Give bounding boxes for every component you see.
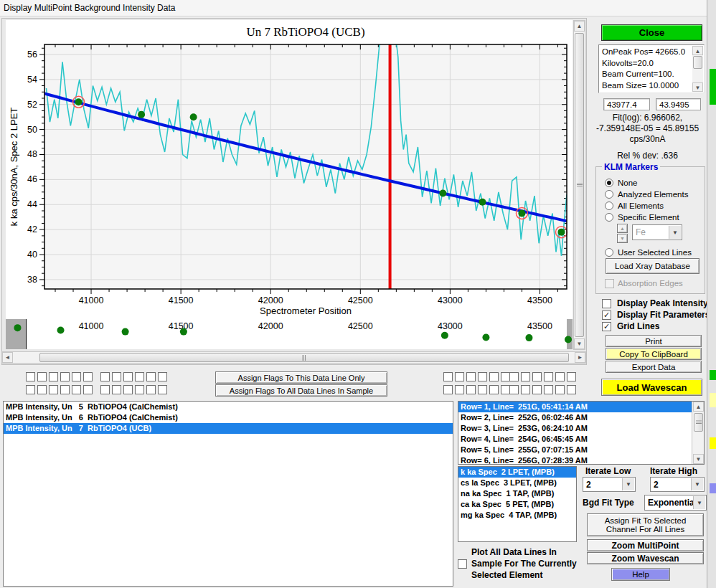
element-spinner-up[interactable]: ▲	[617, 224, 628, 233]
chart-horizontal-scrollbar[interactable]: ◄ ►	[1, 351, 586, 364]
flag-checkbox[interactable]	[489, 385, 499, 394]
flag-checkbox[interactable]	[521, 385, 530, 394]
flag-checkbox[interactable]	[146, 372, 156, 381]
scroll-down-button[interactable]: ▼	[574, 338, 585, 349]
sample-list-item[interactable]: MPB Intensity, Un 5 RbTiOPO4 (CalChemist…	[4, 402, 453, 412]
print-button[interactable]: Print	[606, 335, 702, 347]
channel-list-item[interactable]: mg ka Spec 4 TAP, (MPB)	[458, 510, 576, 521]
flag-checkbox[interactable]	[555, 372, 565, 381]
flag-checkbox[interactable]	[443, 372, 453, 381]
flag-checkbox[interactable]	[509, 385, 519, 394]
assign-flags-all-lines-button[interactable]: Assign Flags To All Data Lines In Sample	[215, 384, 387, 397]
chevron-down-icon[interactable]: ▼	[669, 226, 681, 239]
zoom-multipoint-button[interactable]: Zoom MultiPoint	[587, 539, 704, 551]
flag-checkbox[interactable]	[37, 372, 47, 381]
flag-checkbox[interactable]	[60, 385, 70, 394]
flag-checkbox[interactable]	[26, 385, 35, 394]
flag-checkbox[interactable]	[112, 385, 121, 394]
load-xray-database-button[interactable]: Load Xray Database	[606, 258, 699, 274]
flag-checkbox[interactable]	[26, 372, 35, 381]
flag-checkbox[interactable]	[489, 372, 499, 381]
scroll-right-button[interactable]: ►	[575, 352, 585, 363]
flag-checkbox[interactable]	[49, 372, 58, 381]
flag-checkbox[interactable]	[521, 372, 530, 381]
flag-checkbox[interactable]	[567, 372, 576, 381]
flag-checkbox[interactable]	[72, 372, 81, 381]
klm-radio-all-elements[interactable]	[605, 201, 613, 210]
scroll-up-button[interactable]: ▲	[574, 21, 585, 32]
flag-checkbox[interactable]	[72, 385, 81, 394]
row-list-item[interactable]: Row= 5, Line= 255G, 07:07:15 AM	[458, 445, 692, 455]
flag-checkbox[interactable]	[100, 385, 110, 394]
flag-checkbox[interactable]	[532, 385, 542, 394]
load-wavescan-button[interactable]: Load Wavescan	[601, 379, 702, 396]
flag-checkbox[interactable]	[567, 385, 576, 394]
iterate-low-dropdown[interactable]: 2 ▼	[583, 477, 636, 492]
row-list-item[interactable]: Row= 1, Line= 251G, 05:41:14 AM	[458, 402, 692, 412]
scroll-down-button[interactable]: ▼	[692, 82, 703, 92]
scroll-down-button[interactable]: ▼	[693, 454, 704, 464]
flag-checkbox[interactable]	[466, 372, 476, 381]
help-button[interactable]: Help	[611, 568, 670, 581]
flag-checkbox[interactable]	[112, 372, 121, 381]
channel-list-item[interactable]: ca ka Spec 5 PET, (MPB)	[458, 499, 576, 510]
flag-checkbox[interactable]	[123, 372, 133, 381]
plot-all-data-lines-checkbox[interactable]	[458, 559, 467, 569]
flag-checkbox[interactable]	[135, 372, 144, 381]
row-list-item[interactable]: Row= 4, Line= 254G, 06:45:45 AM	[458, 434, 692, 445]
assign-flags-this-line-button[interactable]: Assign Flags To This Data Line Only	[215, 371, 387, 384]
element-spinner-down[interactable]: ▼	[617, 234, 628, 243]
flag-checkbox[interactable]	[135, 385, 144, 394]
row-list-scrollbar[interactable]: ▲ ▼	[692, 402, 704, 464]
display-option-checkbox-grid-lines[interactable]: ✓	[602, 322, 611, 331]
scroll-left-button[interactable]: ◄	[2, 352, 13, 363]
sample-list-item[interactable]: MPB Intensity, Un 6 RbTiOPO4 (CalChemist…	[4, 412, 453, 423]
vertical-scroll-thumb[interactable]	[575, 33, 584, 337]
sample-listbox[interactable]: MPB Intensity, Un 5 RbTiOPO4 (CalChemist…	[3, 401, 453, 587]
display-option-checkbox-display-fit-parameters[interactable]: ✓	[602, 310, 611, 320]
display-option-checkbox-display-peak-intensity[interactable]	[602, 299, 611, 308]
chevron-down-icon[interactable]: ▼	[691, 478, 703, 490]
iterate-high-dropdown[interactable]: 2 ▼	[650, 477, 705, 492]
export-data-button[interactable]: Export Data	[606, 361, 702, 373]
flag-checkbox[interactable]	[478, 385, 487, 394]
copy-to-clipboard-button[interactable]: Copy To ClipBoard	[606, 348, 702, 360]
channel-list-item[interactable]: cs la Spec 3 LPET, (MPB)	[458, 478, 576, 488]
flag-checkbox[interactable]	[60, 372, 70, 381]
info-scrollbar[interactable]: ▲ ▼	[692, 46, 703, 92]
row-list-item[interactable]: Row= 2, Line= 252G, 06:02:46 AM	[458, 412, 692, 423]
sample-list-item[interactable]: MPB Intensity, Un 7 RbTiOPO4 (UCB)	[4, 423, 453, 434]
row-listbox[interactable]: Row= 1, Line= 251G, 05:41:14 AMRow= 2, L…	[458, 401, 705, 465]
row-list-item[interactable]: Row= 6, Line= 256G, 07:28:39 AM	[458, 455, 692, 465]
info-scroll-thumb[interactable]	[693, 56, 702, 69]
flag-checkbox[interactable]	[455, 385, 464, 394]
flag-checkbox[interactable]	[123, 385, 133, 394]
row-scroll-thumb[interactable]	[694, 413, 703, 432]
onpeak-info-textbox[interactable]: OnPeak Pos= 42665.0 Kilovolts=20.0 Beam …	[602, 47, 691, 91]
chevron-down-icon[interactable]: ▼	[622, 478, 634, 490]
scroll-up-button[interactable]: ▲	[692, 46, 703, 55]
flag-checkbox[interactable]	[555, 385, 565, 394]
bgd-fit-type-dropdown[interactable]: Exponential ▼	[644, 495, 707, 511]
close-button[interactable]: Close	[601, 24, 702, 41]
flag-checkbox[interactable]	[158, 372, 167, 381]
flag-checkbox[interactable]	[100, 372, 110, 381]
flag-checkbox[interactable]	[146, 385, 156, 394]
row-list-item[interactable]: Row= 3, Line= 253G, 06:24:10 AM	[458, 423, 692, 434]
specific-element-dropdown[interactable]: Fe ▼	[632, 224, 682, 240]
klm-radio-analyzed-elements[interactable]	[605, 190, 613, 199]
flag-checkbox[interactable]	[455, 372, 464, 381]
klm-radio-none[interactable]	[605, 179, 613, 187]
channel-list-item[interactable]: na ka Spec 1 TAP, (MPB)	[458, 488, 576, 499]
flag-checkbox[interactable]	[37, 385, 47, 394]
flag-checkbox[interactable]	[466, 385, 476, 394]
channel-list-item[interactable]: k ka Spec 2 LPET, (MPB)	[458, 467, 576, 478]
klm-radio-specific-element[interactable]	[605, 213, 613, 222]
scroll-up-button[interactable]: ▲	[693, 402, 704, 412]
flag-checkbox[interactable]	[83, 385, 93, 394]
absorption-edges-checkbox[interactable]	[605, 279, 614, 288]
klm-radio-user-selected-lines[interactable]	[605, 248, 613, 257]
assign-fit-button[interactable]: Assign Fit To Selected Channel For All L…	[587, 513, 704, 536]
flag-checkbox[interactable]	[532, 372, 542, 381]
chart-vertical-scrollbar[interactable]: ▲ ▼	[573, 20, 585, 350]
